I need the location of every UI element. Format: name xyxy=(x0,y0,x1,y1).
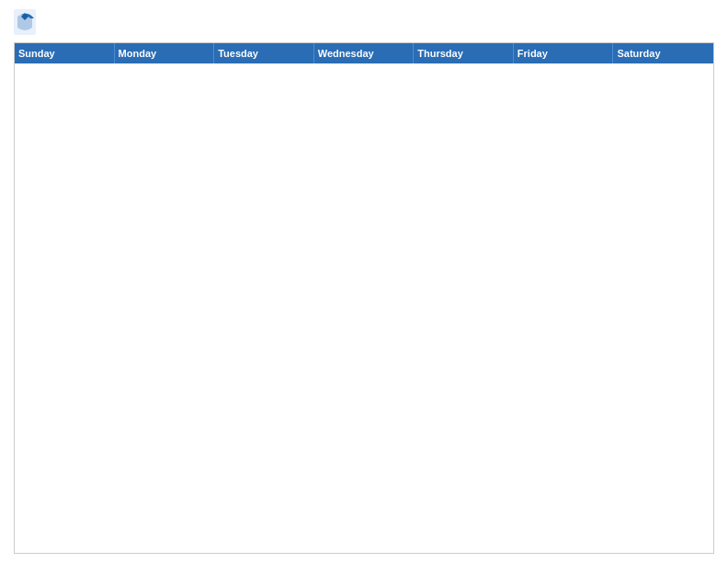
header-day-thursday: Thursday xyxy=(414,43,514,63)
header-day-saturday: Saturday xyxy=(613,43,713,63)
calendar-body xyxy=(15,63,713,553)
header-day-monday: Monday xyxy=(115,43,215,63)
header-day-tuesday: Tuesday xyxy=(214,43,314,63)
calendar: SundayMondayTuesdayWednesdayThursdayFrid… xyxy=(14,42,714,554)
calendar-header: SundayMondayTuesdayWednesdayThursdayFrid… xyxy=(15,43,713,63)
header-day-wednesday: Wednesday xyxy=(314,43,415,63)
header-day-friday: Friday xyxy=(514,43,614,63)
logo-icon xyxy=(14,9,36,35)
header xyxy=(14,9,714,35)
header-day-sunday: Sunday xyxy=(15,43,115,63)
page: SundayMondayTuesdayWednesdayThursdayFrid… xyxy=(0,0,728,563)
logo xyxy=(14,9,39,35)
